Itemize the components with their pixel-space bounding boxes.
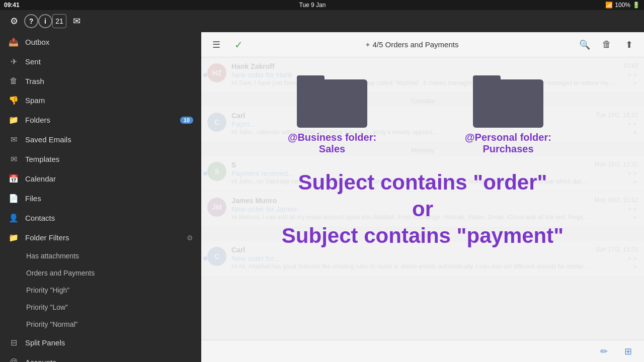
avatar: C [207,247,226,266]
sidebar-item-spam[interactable]: 👎 Spam [0,90,201,110]
filter-priority-normal[interactable]: Priority "Normal" [0,316,201,333]
outbox-icon: 📤 [8,37,19,47]
filter-has-attachments[interactable]: Has attachments [0,247,201,264]
email-sender: Hank Zakroff [231,62,619,70]
search-icon: 🔍 [579,39,590,50]
filter-label: Orders and Payments [26,269,95,277]
sidebar-item-label: Folder Filters [25,233,181,242]
folder-filters-icon: 📁 [8,233,19,242]
content-header: ☰ ✓ ✦ 4/5 Orders and Payments 🔍 🗑 [201,32,644,57]
main-layout: 📤 Outbox ✈ Sent 🗑 Trash 👎 Spam 📁 Folders… [0,32,644,362]
folder-filters-gear[interactable]: ⚙ [187,234,193,242]
day-divider: Tuesday [201,93,644,107]
status-right: 📶 100% 🔋 [605,2,640,9]
sidebar-item-label: Trash [25,77,193,85]
email-item[interactable]: S S Payment received... Hi John...on Sat… [201,156,644,192]
folders-icon: 📁 [8,115,19,125]
grid-button[interactable]: ⊞ [620,343,636,359]
sidebar-item-sent[interactable]: ✈ Sent [0,52,201,71]
email-preview: Hi Sam, I have just found this amazing n… [231,79,619,86]
email-subject: Paym... [231,120,592,128]
check-icon: ✓ [234,39,243,51]
unread-indicator [203,73,207,77]
grid-icon: ⊞ [624,346,632,357]
delete-button[interactable]: 🗑 [598,36,616,54]
info-button[interactable]: i [38,14,52,28]
calendar-icon: 📅 [8,174,19,184]
email-time: Sun 17/2, 15:33 [595,246,638,253]
status-bar: 09:41 Tue 9 Jan 📶 100% 🔋 [0,0,644,10]
email-time: Mon 18/2, 12:32 [594,161,638,168]
email-stars: ★★ [627,121,638,128]
email-item[interactable]: C Carl New order for... Hi All, AltaMail… [201,241,644,277]
email-time: Mon 18/2, 10:12 [594,197,638,204]
sidebar-item-trash[interactable]: 🗑 Trash [0,71,201,90]
header-right: 🔍 🗑 ⬆ [576,36,638,54]
filter-orders-payments[interactable]: Orders and Payments [0,264,201,282]
unread-indicator [203,256,207,260]
email-meta: 10:43 ★★ ⚑ [623,62,638,87]
gear-button[interactable]: ⚙ [4,11,24,31]
email-time: 10:43 [623,62,638,69]
sidebar-item-outbox[interactable]: 📤 Outbox [0,32,201,52]
flag-icon: ⚑ [632,215,638,222]
compose-icon: ✏ [600,346,608,357]
bottom-toolbar: ✏ ⊞ [201,340,644,362]
sidebar-item-calendar[interactable]: 📅 Calendar [0,169,201,189]
sidebar-item-contacts[interactable]: 👤 Contacts [0,208,201,228]
loading-icon: ✦ [365,41,373,49]
spam-icon: 👎 [8,96,19,105]
calendar-button[interactable]: 21 [52,14,66,28]
compose-button[interactable]: ✏ [596,343,612,359]
menu-button[interactable]: ☰ [207,36,225,54]
sidebar-item-label: Calendar [25,174,193,183]
split-panels-icon: ⊟ [8,338,19,347]
search-button[interactable]: 🔍 [576,36,594,54]
day-divider: Sunday [201,227,644,241]
trash-icon: 🗑 [8,76,19,85]
sidebar-item-templates[interactable]: ✉ Templates [0,149,201,169]
sidebar-item-label: Contacts [25,214,193,222]
accounts-icon: @ [8,357,19,362]
flag-icon: ⚑ [632,179,638,186]
filter-priority-low[interactable]: Priority "Low" [0,299,201,316]
email-preview: Hi John...on Saturday next...I can calen… [231,178,590,185]
top-icon-bar: ⚙ ? i 21 ✉ [0,10,644,32]
filter-label: Priority "Normal" [26,320,78,328]
menu-icon: ☰ [212,39,220,50]
email-list: HZ Hank Zakroff New order for Hank Hi Sa… [201,57,644,277]
email-sender: James Munro [231,197,590,205]
email-meta: Sun 17/2, 15:33 ★★ ⚑ [595,246,638,271]
saved-emails-icon: ✉ [8,135,19,144]
email-item[interactable]: HZ Hank Zakroff New order for Hank Hi Sa… [201,57,644,93]
sidebar-item-split-panels[interactable]: ⊟ Split Panels [0,333,201,352]
filter-label: Priority "High" [26,286,69,294]
unread-indicator [203,171,207,175]
header-title: ✦ 4/5 Orders and Payments [252,40,572,49]
sidebar-item-files[interactable]: 📄 Files [0,189,201,208]
email-sender: S [231,161,590,169]
status-time: 09:41 [4,2,20,9]
content-area: ☰ ✓ ✦ 4/5 Orders and Payments 🔍 🗑 [201,32,644,362]
sidebar-item-saved-emails[interactable]: ✉ Saved Emails [0,130,201,149]
sidebar-item-label: Accounts [25,358,193,363]
mail-button[interactable]: ✉ [66,11,87,31]
check-button[interactable]: ✓ [229,36,248,54]
email-stars: ★★ [627,255,638,262]
flag-icon: ⚑ [632,130,638,137]
sidebar-item-label: Templates [25,155,193,163]
share-button[interactable]: ⬆ [620,36,638,54]
sidebar-item-folders[interactable]: 📁 Folders 10 [0,110,201,130]
email-item[interactable]: C Carl Paym... Hi John...calendar with A… [201,107,644,142]
sidebar-item-accounts[interactable]: @ Accounts [0,352,201,362]
email-meta: Mon 18/2, 10:12 ★★ ⚑ [594,197,638,222]
email-item[interactable]: JM James Munro New order for James Hi Me… [201,192,644,227]
filter-priority-high[interactable]: Priority "High" [0,282,201,299]
sidebar-item-label: Folders [25,116,174,124]
sidebar-item-folder-filters[interactable]: 📁 Folder Filters ⚙ [0,228,201,247]
sidebar-item-label: Spam [25,96,193,105]
filter-label: Priority "Low" [26,303,68,311]
email-preview: Hi John...calendar with AltaMail and stu… [231,129,592,136]
help-button[interactable]: ? [24,14,38,28]
flag-icon: ⚑ [632,264,638,271]
